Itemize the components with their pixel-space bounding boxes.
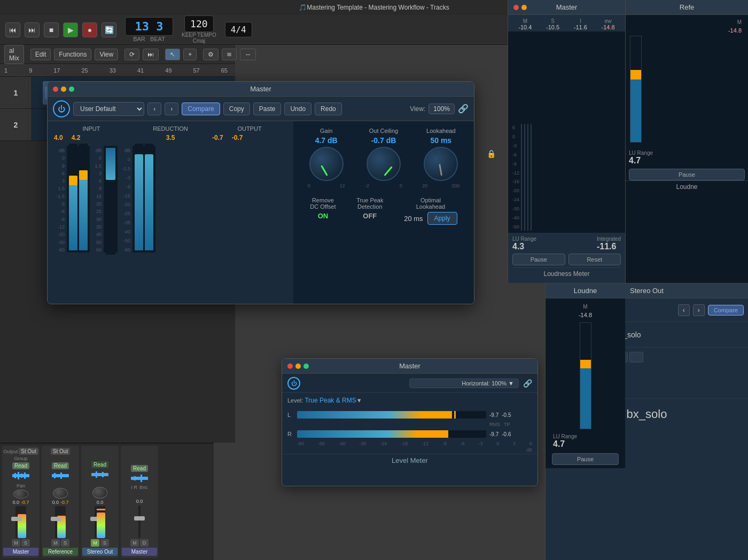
- out-ceiling-scale: -2 0: [365, 183, 402, 188]
- cycle-btn[interactable]: 🔄: [102, 22, 116, 37]
- stop-btn[interactable]: ■: [44, 22, 59, 37]
- signature-display[interactable]: 4/4: [225, 22, 252, 37]
- record-btn[interactable]: ●: [82, 22, 97, 37]
- automation-btn-4[interactable]: Read: [131, 465, 148, 472]
- waveform-btn-2[interactable]: [52, 471, 69, 480]
- apply-btn[interactable]: Apply: [427, 212, 457, 225]
- waveform-btn-1[interactable]: [12, 471, 29, 480]
- skip-btn[interactable]: ⏭: [143, 49, 159, 60]
- channel-output-2[interactable]: St Out: [51, 448, 70, 455]
- play-btn[interactable]: ▶: [63, 22, 78, 37]
- fader-thumb-1[interactable]: [11, 517, 22, 521]
- close-dot[interactable]: [53, 86, 58, 92]
- next-preset-btn[interactable]: ›: [165, 102, 178, 115]
- lm-link-btn[interactable]: 🔗: [523, 379, 532, 388]
- copy-btn[interactable]: Copy: [223, 102, 250, 115]
- grid-btn-6[interactable]: [629, 352, 643, 362]
- m-btn-4[interactable]: M: [130, 539, 139, 547]
- pan-knob-2[interactable]: [53, 488, 68, 499]
- settings-btn[interactable]: ⚙: [203, 49, 219, 60]
- channel-name-3[interactable]: Stereo Out: [82, 548, 118, 556]
- lm-power-btn[interactable]: ⏻: [287, 377, 300, 390]
- svg-rect-11: [131, 477, 148, 480]
- lm-bar-1-bg: [521, 124, 522, 231]
- channel-strip-reference: St Out Read 0.0 -0.7 M S: [42, 446, 79, 558]
- forward-btn[interactable]: ⏭: [25, 22, 40, 37]
- db-l-2: 0.0: [52, 500, 59, 505]
- automation-btn-1[interactable]: Read: [12, 462, 29, 469]
- s-btn-3[interactable]: S: [100, 539, 109, 547]
- functions-btn[interactable]: Functions: [54, 49, 91, 60]
- lm-level-select[interactable]: True Peak & RMS: [305, 397, 356, 404]
- automation-btn-3[interactable]: Read: [91, 461, 108, 468]
- channel-name-1[interactable]: Master: [3, 548, 38, 556]
- lm-min-dot[interactable]: [295, 364, 301, 369]
- edit-btn[interactable]: Edit: [30, 49, 51, 60]
- remove-dc-value[interactable]: ON: [318, 212, 329, 220]
- pause-btn[interactable]: Pause: [512, 254, 565, 265]
- automation-btn-2[interactable]: Read: [52, 462, 69, 469]
- view-btn[interactable]: View: [95, 49, 118, 60]
- lufs-s-col: S -10.5: [546, 18, 559, 30]
- fader-thumb-2[interactable]: [51, 517, 61, 521]
- gain-knob[interactable]: [309, 147, 344, 181]
- loudness-meters: 6 0 -3 -6 -9 -12 -16 -20 -24 -30 -40 -50: [508, 31, 625, 233]
- lookahead-knob-group: Lookahead 50 ms 20 200: [422, 128, 459, 188]
- minimize-dot[interactable]: [61, 86, 66, 92]
- m-btn-2[interactable]: M: [51, 539, 60, 547]
- preset-select[interactable]: User Default: [73, 102, 144, 116]
- lm-titlebar: Master: [282, 359, 537, 374]
- reset-btn[interactable]: Reset: [568, 254, 621, 265]
- svg-rect-13: [141, 475, 142, 482]
- maximize-dot[interactable]: [69, 86, 74, 92]
- lm-max-dot[interactable]: [303, 364, 309, 369]
- so-next-btn[interactable]: ›: [693, 304, 705, 316]
- master-close-dot[interactable]: [513, 5, 519, 10]
- lp2-bar-area: [549, 322, 622, 429]
- compare-btn[interactable]: Compare: [182, 102, 220, 115]
- pan-knob-1[interactable]: [13, 490, 28, 499]
- lufs-ref-col: ew -14.8: [602, 18, 615, 30]
- pointer-btn[interactable]: ↖: [165, 49, 180, 60]
- out-ceiling-knob[interactable]: [367, 147, 401, 181]
- channel-name-4[interactable]: Master: [122, 548, 157, 556]
- ref-lu-range: LU Range 4.7: [626, 147, 748, 169]
- waveform-btn[interactable]: ≋: [222, 49, 237, 60]
- channel-name-2[interactable]: Reference: [43, 548, 78, 556]
- fader-thumb-4[interactable]: [134, 516, 145, 520]
- channel-output-1[interactable]: St Out: [19, 448, 38, 455]
- link-icon[interactable]: 🔗: [458, 104, 469, 114]
- paste-btn[interactable]: Paste: [253, 102, 282, 115]
- true-peak-value[interactable]: OFF: [363, 212, 377, 220]
- s-btn-2[interactable]: S: [61, 539, 69, 547]
- so-prev-btn[interactable]: ‹: [678, 304, 690, 316]
- loop-btn[interactable]: ⟳: [124, 49, 139, 60]
- track-header-2: 2: [0, 109, 32, 140]
- lp2-pause-btn[interactable]: Pause: [552, 453, 619, 465]
- lm-close-dot[interactable]: [287, 364, 293, 369]
- redo-btn[interactable]: Redo: [315, 102, 342, 115]
- so-compare-btn[interactable]: Compare: [708, 305, 744, 316]
- prev-preset-btn[interactable]: ‹: [147, 102, 161, 115]
- channel-meter-3: [97, 506, 105, 538]
- add-btn[interactable]: +: [183, 49, 197, 60]
- waveform-btn-4[interactable]: [131, 474, 148, 483]
- d-btn-4[interactable]: D: [140, 539, 149, 547]
- m-btn-3[interactable]: M: [91, 539, 99, 547]
- mix-btn[interactable]: al Mix: [4, 45, 24, 64]
- reduction-bar-wrap: [106, 148, 115, 255]
- tempo-display[interactable]: 120: [184, 15, 214, 32]
- lookahead-knob[interactable]: [424, 147, 458, 181]
- lock-icon[interactable]: 🔒: [487, 149, 496, 158]
- s-btn-1[interactable]: S: [21, 539, 30, 547]
- master-min-dot[interactable]: [521, 5, 527, 10]
- plugin-power-btn[interactable]: ⏻: [53, 100, 70, 117]
- waveform-btn-3[interactable]: [91, 470, 108, 479]
- m-btn-1[interactable]: M: [12, 539, 20, 547]
- lm-horiz-select[interactable]: Horizontal: 100% ▼: [409, 378, 519, 388]
- view-percent[interactable]: 100%: [428, 104, 455, 114]
- undo-btn[interactable]: Undo: [284, 102, 311, 115]
- rewind-btn[interactable]: ⏮: [5, 22, 20, 37]
- zoom-btn[interactable]: ↔: [240, 49, 256, 60]
- pan-knob-3[interactable]: [92, 487, 107, 499]
